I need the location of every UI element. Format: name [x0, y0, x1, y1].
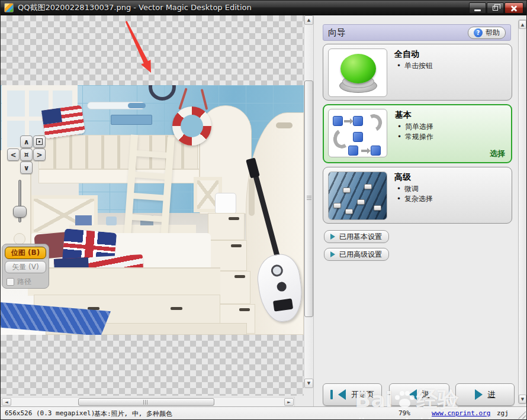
up-arrow-icon: ∧ — [24, 138, 30, 146]
card-title: 全自动 — [394, 49, 507, 60]
cnprint-link[interactable]: www.cnprint.org — [432, 409, 490, 417]
scroll-left-icon: ◄ — [5, 400, 8, 405]
scroll-up-icon: ▲ — [521, 22, 524, 27]
wizard-card-advanced[interactable]: 高级 •微调 •复杂选择 — [323, 167, 512, 224]
play-icon — [330, 234, 335, 240]
forward-icon — [475, 389, 483, 400]
pan-center-button[interactable]: ¤ — [20, 148, 33, 161]
photo-bed-base — [28, 267, 220, 296]
minimize-icon — [474, 9, 481, 11]
viewport-vertical-scrollbar[interactable]: ▲ ▼ — [304, 15, 313, 388]
selected-badge: 选择 — [490, 148, 505, 159]
down-arrow-icon: ∨ — [24, 164, 30, 172]
use-advanced-settings-button[interactable]: 已用高级设置 — [324, 248, 389, 261]
right-arrow-icon: > — [36, 151, 42, 159]
green-button-icon — [328, 49, 387, 97]
preset-label: 已用高级设置 — [339, 250, 382, 260]
path-option: 路径 — [7, 277, 31, 287]
fit-view-button[interactable] — [33, 135, 46, 148]
pan-up-button[interactable]: ∧ — [20, 135, 33, 148]
scroll-down-icon: ▼ — [521, 397, 524, 402]
pan-down-button[interactable]: ∨ — [20, 161, 33, 174]
zoom-slider-thumb[interactable] — [13, 206, 27, 218]
panel-scroll-up-button[interactable]: ▲ — [519, 20, 526, 29]
card-bullet: •常规操作 — [397, 132, 506, 142]
resize-grip-icon[interactable] — [518, 411, 526, 419]
forward-button[interactable]: 进 — [455, 383, 515, 406]
card-bullet: •微调 — [397, 184, 507, 194]
bitmap-image — [1, 85, 304, 335]
card-bullet: •单击按钮 — [397, 61, 507, 71]
start-page-label: 开始页 — [351, 389, 374, 400]
photo-shelf-toy — [106, 217, 117, 225]
back-label: 退 — [422, 389, 430, 400]
pan-right-button[interactable]: > — [33, 148, 46, 161]
card-bullet: •复杂选择 — [397, 194, 507, 204]
vector-label: 矢量 (V) — [12, 262, 38, 272]
titlebar: QQ截图20200228130037.png - Vector Magic De… — [1, 1, 526, 15]
help-button[interactable]: ? 帮助 — [468, 27, 506, 39]
forward-label: 进 — [488, 389, 496, 400]
photo-top-bunk-rail — [38, 135, 200, 183]
scroll-down-button[interactable]: ▼ — [304, 379, 313, 388]
fit-view-icon — [36, 138, 43, 145]
pan-left-button[interactable]: < — [7, 148, 20, 161]
horizontal-scroll-thumb[interactable] — [78, 398, 214, 406]
viewport-horizontal-scrollbar[interactable]: ◄ ► — [1, 397, 295, 407]
wizard-title: 向导 — [328, 27, 346, 38]
photo-wall-sign — [111, 115, 152, 125]
scroll-down-icon: ▼ — [307, 381, 310, 386]
vector-mode-button[interactable]: 矢量 (V) — [5, 261, 46, 273]
path-label: 路径 — [17, 277, 31, 287]
panel-scrollbar[interactable]: ▲ ▼ — [518, 20, 527, 404]
back-button[interactable]: 退 — [389, 383, 449, 406]
use-basic-settings-button[interactable]: 已用基本设置 — [324, 230, 389, 243]
maximize-button[interactable] — [487, 2, 504, 14]
center-icon: ¤ — [24, 151, 29, 159]
image-viewport[interactable]: ∧ < ¤ > ∨ 位图 (B) 矢量 (V) 路径 — [1, 15, 304, 396]
photo-shelf-books — [75, 215, 92, 225]
scroll-up-icon: ▲ — [307, 18, 310, 22]
wizard-card-basic-selected[interactable]: 基本 •简单选择 •常规操作 选择 — [323, 104, 512, 163]
path-checkbox[interactable] — [7, 278, 14, 286]
image-dimensions: 656x526 (0.3 megapixel) — [5, 409, 95, 417]
window-controls — [469, 2, 523, 14]
app-window: QQ截图20200228130037.png - Vector Magic De… — [0, 0, 527, 420]
photo-lifebuoy — [172, 106, 211, 146]
mixer-icon — [328, 172, 387, 220]
photo-oar-decor — [87, 102, 145, 109]
flowchart-icon — [328, 109, 387, 157]
minimize-button[interactable] — [469, 2, 486, 14]
photo-flag-pillow — [41, 105, 85, 139]
window-title: QQ截图20200228130037.png - Vector Magic De… — [18, 2, 252, 13]
panel-scroll-down-button[interactable]: ▼ — [519, 395, 526, 403]
wizard-panel: 向导 ? 帮助 全自动 •单击按钮 — [313, 15, 518, 408]
photo-stair-drawer — [208, 213, 245, 240]
close-button[interactable] — [504, 2, 523, 14]
wizard-header: 向导 ? 帮助 — [323, 24, 511, 41]
photo-bed-finial — [14, 233, 25, 245]
help-icon: ? — [474, 28, 483, 37]
bitmap-mode-button[interactable]: 位图 (B) — [5, 247, 46, 259]
skip-to-start-icon — [330, 390, 333, 399]
statusbar: 656x526 (0.3 megapixel) 基本:照片, 中, 多种颜色 7… — [1, 406, 526, 419]
vertical-scroll-thumb[interactable] — [304, 80, 313, 317]
card-title: 高级 — [394, 172, 507, 183]
restore-icon — [493, 6, 498, 11]
main-content: ∧ < ¤ > ∨ 位图 (B) 矢量 (V) 路径 ▲ ▼ — [1, 15, 527, 408]
back-icon — [409, 389, 417, 400]
scroll-left-button[interactable]: ◄ — [2, 398, 11, 406]
bitmap-label: 位图 (B) — [11, 248, 40, 258]
card-bullet: •简单选择 — [397, 122, 506, 132]
left-arrow-icon: < — [10, 151, 16, 159]
play-icon — [330, 251, 335, 257]
scroll-right-button[interactable]: ► — [284, 398, 294, 406]
preset-label: 已用基本设置 — [339, 232, 382, 242]
wizard-card-fully-automatic[interactable]: 全自动 •单击按钮 — [323, 44, 512, 101]
help-label: 帮助 — [486, 28, 500, 38]
scroll-up-button[interactable]: ▲ — [304, 15, 313, 25]
user-tag: zgj — [497, 409, 509, 417]
zoom-level: 79% — [399, 409, 410, 417]
start-page-button[interactable]: 开始页 — [323, 383, 382, 406]
scroll-right-icon: ► — [287, 400, 290, 405]
